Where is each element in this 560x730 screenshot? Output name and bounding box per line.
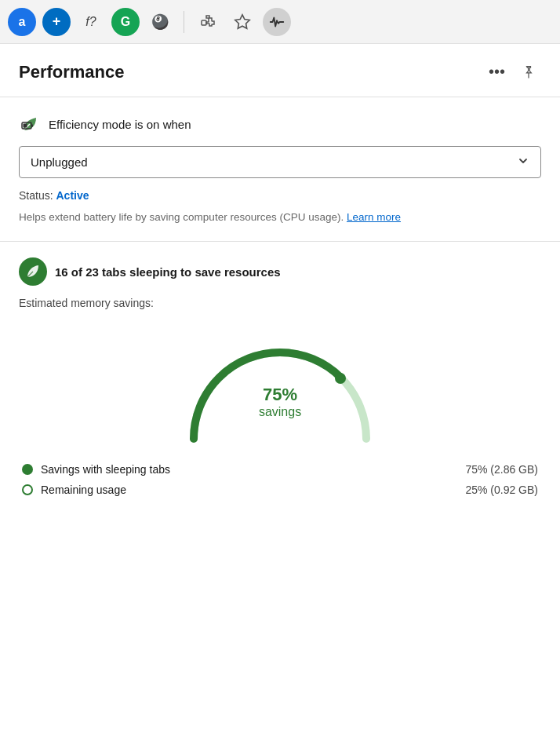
performance-icon[interactable] (263, 8, 291, 36)
gauge-text: 75% savings (259, 385, 301, 419)
sleeping-tabs-title-row: 16 of 23 tabs sleeping to save resources (19, 257, 541, 286)
grammarly-icon[interactable]: G (111, 8, 140, 36)
pin-button[interactable] (516, 61, 541, 83)
svg-rect-3 (31, 125, 33, 127)
sleeping-tabs-section: 16 of 23 tabs sleeping to save resources… (0, 242, 560, 520)
legend-dot-filled (22, 464, 33, 475)
legend-label-1: Savings with sleeping tabs (41, 463, 170, 476)
gauge-wrapper: 75% savings (170, 325, 390, 451)
page-title: Performance (19, 62, 125, 82)
legend: Savings with sleeping tabs 75% (2.86 GB)… (19, 463, 541, 496)
sleeping-tabs-icon (19, 257, 47, 286)
svg-point-5 (335, 373, 346, 384)
efficiency-mode-section: Efficiency mode is on when Unplugged Sta… (0, 97, 560, 241)
legend-row-1: Savings with sleeping tabs 75% (2.86 GB) (19, 463, 541, 476)
gauge-percent: 75% (259, 385, 301, 405)
extensions-icon[interactable] (194, 8, 222, 36)
legend-row-2: Remaining usage 25% (0.92 GB) (19, 484, 541, 496)
legend-value-2: 25% (0.92 GB) (465, 484, 538, 496)
gauge-container: 75% savings (19, 325, 541, 451)
efficiency-mode-title-row: Efficiency mode is on when (19, 113, 541, 135)
toolbar-separator (184, 11, 184, 33)
header-actions: ••• (484, 60, 541, 84)
efficiency-icon (19, 113, 41, 135)
legend-dot-outline (22, 484, 33, 495)
legend-value-1: 75% (2.86 GB) (465, 463, 538, 476)
a-icon[interactable]: a (8, 8, 36, 36)
more-options-button[interactable]: ••• (484, 60, 510, 84)
chevron-down-icon (517, 155, 529, 170)
status-value: Active (56, 189, 89, 202)
plus-medical-icon[interactable]: + (42, 8, 71, 36)
formula-icon[interactable]: f? (77, 8, 105, 36)
gauge-label: savings (259, 405, 301, 419)
performance-panel: Performance ••• (0, 44, 560, 520)
efficiency-dropdown[interactable]: Unplugged (19, 146, 541, 178)
svg-rect-0 (202, 20, 206, 25)
sleeping-tabs-title: 16 of 23 tabs sleeping to save resources (55, 265, 281, 279)
efficiency-description: Helps extend battery life by saving comp… (19, 210, 541, 225)
colorful-balls-icon[interactable]: 🎱 (146, 8, 174, 36)
dropdown-value: Unplugged (31, 155, 88, 169)
sleeping-tabs-subtitle: Estimated memory savings: (19, 297, 541, 309)
legend-label-2: Remaining usage (41, 484, 126, 496)
status-row: Status: Active (19, 189, 541, 202)
toolbar: a + f? G 🎱 (0, 0, 560, 44)
svg-rect-4 (24, 124, 27, 128)
status-label: Status: (19, 189, 53, 202)
learn-more-link[interactable]: Learn more (347, 211, 401, 223)
favorites-icon[interactable] (228, 8, 256, 36)
efficiency-mode-label: Efficiency mode is on when (49, 118, 191, 131)
panel-header: Performance ••• (0, 44, 560, 97)
